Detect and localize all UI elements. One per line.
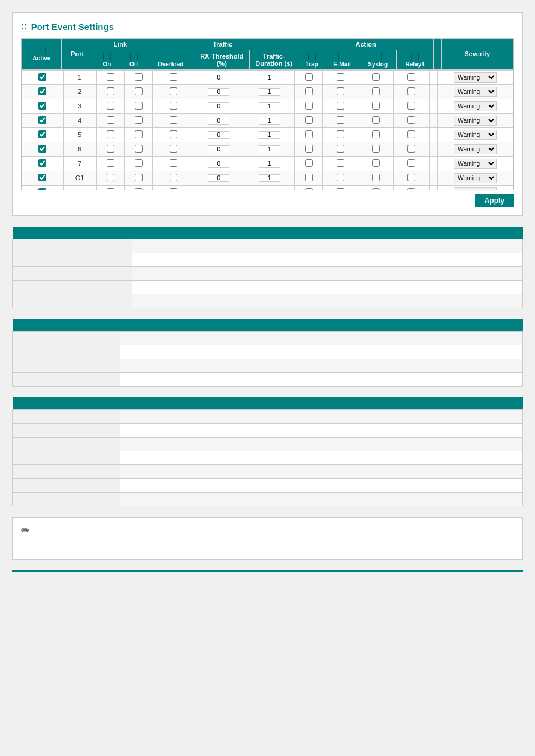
syslog-5-checkbox[interactable] [372, 145, 380, 153]
link-on-8-checkbox[interactable] [107, 188, 114, 190]
table-scroll-body[interactable]: 1WarningMinorMajorCriticalInfo2WarningMi… [22, 70, 513, 190]
trap-5-checkbox[interactable] [305, 145, 313, 153]
trap-0-checkbox[interactable] [305, 73, 313, 81]
severity-select-6[interactable]: WarningMinorMajorCriticalInfo [454, 159, 497, 169]
active-row-6-checkbox[interactable] [38, 159, 46, 167]
link-off-4-checkbox[interactable] [135, 130, 143, 138]
traf-input-7[interactable] [259, 174, 280, 182]
link-on-5-checkbox[interactable] [107, 145, 114, 153]
traf-input-1[interactable] [259, 88, 280, 96]
syslog-7-checkbox[interactable] [372, 174, 380, 181]
overload-0-checkbox[interactable] [170, 73, 177, 81]
link-on-all-checkbox[interactable] [103, 53, 111, 60]
overload-2-checkbox[interactable] [170, 102, 177, 110]
severity-select-0[interactable]: WarningMinorMajorCriticalInfo [454, 72, 497, 83]
trap-6-checkbox[interactable] [305, 159, 313, 167]
link-on-2-checkbox[interactable] [107, 102, 114, 110]
severity-select-3[interactable]: WarningMinorMajorCriticalInfo [454, 116, 497, 126]
email-6-checkbox[interactable] [337, 159, 344, 167]
rx-input-5[interactable] [208, 145, 229, 153]
active-row-1-checkbox[interactable] [38, 87, 46, 95]
relay1-0-checkbox[interactable] [407, 73, 415, 81]
active-row-7-checkbox[interactable] [38, 174, 46, 181]
trap-3-checkbox[interactable] [305, 116, 313, 124]
link-on-4-checkbox[interactable] [107, 130, 114, 138]
email-7-checkbox[interactable] [337, 174, 344, 181]
syslog-1-checkbox[interactable] [372, 87, 380, 95]
rx-input-3[interactable] [208, 117, 229, 125]
active-all-checkbox[interactable] [38, 47, 46, 54]
traf-input-2[interactable] [259, 102, 280, 110]
active-row-8-checkbox[interactable] [38, 188, 46, 190]
syslog-2-checkbox[interactable] [372, 102, 380, 110]
overload-6-checkbox[interactable] [170, 159, 177, 167]
severity-select-5[interactable]: WarningMinorMajorCriticalInfo [454, 144, 497, 154]
link-off-6-checkbox[interactable] [135, 159, 143, 167]
link-off-all-checkbox[interactable] [130, 53, 138, 60]
rx-input-0[interactable] [208, 74, 229, 81]
syslog-0-checkbox[interactable] [372, 73, 380, 81]
overload-3-checkbox[interactable] [170, 116, 177, 124]
trap-8-checkbox[interactable] [305, 188, 313, 190]
link-off-0-checkbox[interactable] [135, 73, 143, 81]
email-0-checkbox[interactable] [337, 73, 344, 81]
rx-input-8[interactable] [208, 189, 229, 190]
rx-input-6[interactable] [208, 160, 229, 168]
email-8-checkbox[interactable] [337, 188, 344, 190]
severity-select-7[interactable]: WarningMinorMajorCriticalInfo [454, 173, 497, 183]
overload-5-checkbox[interactable] [170, 145, 177, 153]
syslog-6-checkbox[interactable] [372, 159, 380, 167]
email-all-checkbox[interactable] [338, 53, 346, 60]
email-2-checkbox[interactable] [337, 102, 344, 110]
link-on-0-checkbox[interactable] [107, 73, 114, 81]
overload-all-checkbox[interactable] [167, 53, 174, 60]
trap-4-checkbox[interactable] [305, 130, 313, 138]
relay1-2-checkbox[interactable] [407, 102, 415, 110]
traf-input-0[interactable] [259, 74, 280, 81]
link-on-7-checkbox[interactable] [107, 174, 114, 181]
trap-1-checkbox[interactable] [305, 87, 313, 95]
traf-input-5[interactable] [259, 145, 280, 153]
trap-all-checkbox[interactable] [308, 53, 316, 60]
rx-input-4[interactable] [208, 131, 229, 139]
syslog-3-checkbox[interactable] [372, 116, 380, 124]
rx-input-7[interactable] [208, 174, 229, 182]
link-off-8-checkbox[interactable] [135, 188, 143, 190]
link-off-1-checkbox[interactable] [135, 87, 143, 95]
active-row-0-checkbox[interactable] [38, 73, 46, 81]
traf-input-4[interactable] [259, 131, 280, 139]
trap-7-checkbox[interactable] [305, 174, 313, 181]
link-on-1-checkbox[interactable] [107, 87, 114, 95]
relay1-6-checkbox[interactable] [407, 159, 415, 167]
link-off-5-checkbox[interactable] [135, 145, 143, 153]
relay1-7-checkbox[interactable] [407, 174, 415, 181]
trap-2-checkbox[interactable] [305, 102, 313, 110]
link-off-7-checkbox[interactable] [135, 174, 143, 181]
traf-input-3[interactable] [259, 117, 280, 125]
relay1-1-checkbox[interactable] [407, 87, 415, 95]
email-3-checkbox[interactable] [337, 116, 344, 124]
overload-1-checkbox[interactable] [170, 87, 177, 95]
syslog-8-checkbox[interactable] [372, 188, 380, 190]
traf-input-6[interactable] [259, 160, 280, 168]
link-on-6-checkbox[interactable] [107, 159, 114, 167]
link-on-3-checkbox[interactable] [107, 116, 114, 124]
syslog-4-checkbox[interactable] [372, 130, 380, 138]
overload-8-checkbox[interactable] [170, 188, 177, 190]
active-row-3-checkbox[interactable] [38, 116, 46, 124]
active-row-5-checkbox[interactable] [38, 145, 46, 153]
severity-select-2[interactable]: WarningMinorMajorCriticalInfo [454, 101, 497, 111]
traf-input-8[interactable] [259, 189, 280, 190]
link-off-3-checkbox[interactable] [135, 116, 143, 124]
email-4-checkbox[interactable] [337, 130, 344, 138]
email-1-checkbox[interactable] [337, 87, 344, 95]
severity-select-8[interactable]: WarningMinorMajorCriticalInfo [454, 187, 497, 190]
link-off-2-checkbox[interactable] [135, 102, 143, 110]
relay1-4-checkbox[interactable] [407, 130, 415, 138]
active-row-4-checkbox[interactable] [38, 130, 46, 138]
severity-select-4[interactable]: WarningMinorMajorCriticalInfo [454, 130, 497, 140]
email-5-checkbox[interactable] [337, 145, 344, 153]
syslog-all-checkbox[interactable] [374, 53, 382, 60]
relay1-8-checkbox[interactable] [407, 188, 415, 190]
relay1-all-checkbox[interactable] [411, 53, 419, 60]
